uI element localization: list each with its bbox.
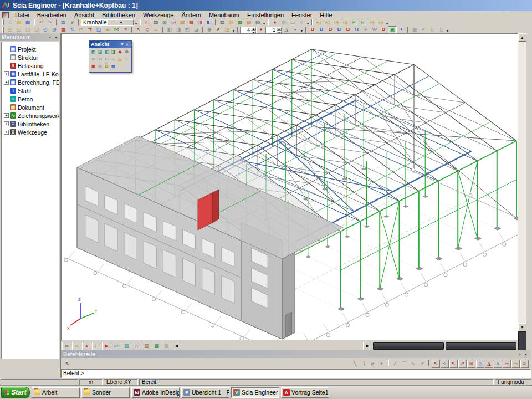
transfer-icon[interactable]: ◲ xyxy=(169,19,178,26)
array-icon[interactable]: ▦ xyxy=(59,26,68,33)
redo-icon[interactable]: ↷ xyxy=(45,19,54,26)
expand-icon[interactable]: + xyxy=(4,121,9,126)
bulb-icon[interactable]: ☼ xyxy=(124,56,130,62)
menu-bibliotheken[interactable]: Bibliotheken xyxy=(98,12,139,18)
grid-doc-icon[interactable]: ⌗ xyxy=(297,19,306,26)
scale-icon[interactable]: ⋈ xyxy=(112,26,121,33)
load-wind-icon[interactable]: W xyxy=(370,26,379,33)
calculator-icon[interactable]: ◫ xyxy=(142,19,151,26)
next-view-icon[interactable]: ◪ xyxy=(192,26,201,33)
print-icon[interactable]: ▤ xyxy=(218,19,227,26)
snap-grid-icon[interactable]: ⌗ xyxy=(494,360,502,368)
offset-icon[interactable]: ≋ xyxy=(121,26,130,33)
snap-spline-icon[interactable]: ∿ xyxy=(409,360,417,368)
menu-werkzeuge[interactable]: Werkzeuge xyxy=(139,12,177,18)
home-view-icon[interactable]: ⌂ xyxy=(132,342,141,350)
snap-length-icon[interactable]: ▱ xyxy=(503,360,511,368)
cursor-mode-icon[interactable]: ⇖ xyxy=(63,360,71,368)
win-close-icon[interactable]: ◱ xyxy=(359,19,367,26)
break-icon[interactable]: ◫ xyxy=(94,26,103,33)
sidebar-item-berechnungfene[interactable]: +▦Berechnung, FE-Netz xyxy=(4,78,59,86)
sidebar-item-beton[interactable]: TBeton xyxy=(4,95,59,103)
camera-icon[interactable]: ▣ xyxy=(90,63,96,69)
select-cursor-icon[interactable]: ↖ xyxy=(134,26,143,33)
help-icon[interactable]: ? xyxy=(68,19,76,26)
load-combi-icon[interactable]: B xyxy=(326,26,335,33)
trim-icon[interactable]: ⇄ xyxy=(76,26,85,33)
copy-up-icon[interactable]: ◱ xyxy=(14,26,23,33)
snap-circle-icon[interactable]: ⌀ xyxy=(369,360,377,368)
status-unit[interactable]: m xyxy=(79,379,103,385)
zoom-prev-icon[interactable]: ⊙ xyxy=(110,56,116,62)
snap-point-icon[interactable]: ∖ xyxy=(360,360,368,368)
snap-endpoint-icon[interactable]: ↖ xyxy=(449,360,458,368)
open-icon[interactable]: ▨ xyxy=(14,19,23,26)
expand-icon[interactable]: + xyxy=(4,113,9,118)
image-icon[interactable]: ▩ xyxy=(152,342,161,350)
view-person-icon[interactable]: ◆ xyxy=(117,49,123,55)
win-max-icon[interactable]: ◲ xyxy=(376,19,385,26)
doc1-icon[interactable]: ▧ xyxy=(244,19,253,26)
zoom-in-icon[interactable]: ⊕ xyxy=(90,56,96,62)
more-options-icon[interactable]: ▾ xyxy=(306,19,310,26)
taskbar-item-scia[interactable]: VScia Engineer - [... xyxy=(231,387,279,398)
snap-orthogonal-icon[interactable]: ◇ xyxy=(476,360,484,368)
taskbar-item-pdf[interactable]: AVortrag Seite1.pdf ... xyxy=(281,387,329,398)
menu-ansicht[interactable]: Ansicht xyxy=(70,12,98,18)
snap-tangent-icon[interactable]: ◮ xyxy=(485,360,493,368)
taskbar-item-paint[interactable]: PÜbersicht 1 - Paint xyxy=(181,387,229,398)
expand-icon[interactable]: + xyxy=(4,71,9,76)
scroll-left-icon[interactable]: ◄ xyxy=(172,342,181,350)
snap-list-icon[interactable]: ≡ xyxy=(520,360,529,368)
sidebar-item-werkzeuge[interactable]: +╳Werkzeuge xyxy=(4,128,59,136)
sidebar-item-dokument[interactable]: ▥Dokument xyxy=(4,103,59,111)
more-options-icon[interactable]: ▾ xyxy=(262,19,266,26)
activity-spinner[interactable]: 4▲▼ xyxy=(240,27,257,33)
project-selector[interactable]: Kranhalle+Kopfbau▼ xyxy=(81,19,134,26)
copy-down-icon[interactable]: ◰ xyxy=(6,26,14,33)
taskbar-item-folder[interactable]: Arbeit xyxy=(32,387,80,398)
undo-icon[interactable]: ↶ xyxy=(37,19,45,26)
window-icon[interactable]: ▤ xyxy=(59,19,68,26)
view-axo-icon[interactable]: ◨ xyxy=(110,49,116,55)
rotate-icon[interactable]: ◴ xyxy=(41,26,50,33)
monitor-icon[interactable]: ▦ xyxy=(110,63,116,69)
snap-delete-icon[interactable]: × xyxy=(377,360,386,368)
percent-icon[interactable]: ◕ xyxy=(270,19,279,26)
load-group-icon[interactable]: B xyxy=(317,26,326,33)
menu-menbaum[interactable]: Menübaum xyxy=(205,12,243,18)
sidebar-item-struktur[interactable]: ▤Struktur xyxy=(4,53,59,62)
zoom-window-icon[interactable]: ⊡ xyxy=(104,56,110,62)
sidebar-item-projekt[interactable]: ▣Projekt xyxy=(4,45,59,53)
clipboard2-icon[interactable]: ▯ xyxy=(437,26,446,33)
deselect-icon[interactable]: ▱ xyxy=(152,26,161,33)
close-icon[interactable]: × xyxy=(125,42,130,48)
zoom-out-icon[interactable]: ⊖ xyxy=(97,56,103,62)
hscroll-thumb[interactable] xyxy=(373,342,444,350)
chevron-down-icon[interactable]: ▼ xyxy=(107,19,134,25)
move-icon[interactable]: ◲ xyxy=(32,26,41,33)
taskbar-item-indesign[interactable]: IdAdobe InDesign C... xyxy=(131,387,180,398)
vertical-scrollbar[interactable]: ▲ ▼ xyxy=(518,33,526,331)
gallery-icon[interactable]: ▦ xyxy=(236,19,244,26)
view-x-icon[interactable]: ◩ xyxy=(90,49,96,55)
orbit-icon[interactable]: ◨ xyxy=(174,26,183,33)
chevron-down-icon[interactable]: ▾ xyxy=(120,42,125,48)
grid-dots-icon[interactable]: ⁘ xyxy=(441,360,449,368)
stretch-icon[interactable]: ⇅ xyxy=(68,26,76,33)
image-disabled-icon[interactable]: ▩ xyxy=(162,342,171,350)
layers-icon[interactable]: ▧ xyxy=(178,19,187,26)
folder-icon[interactable]: ▨ xyxy=(117,56,123,62)
sidebar-item-belastung[interactable]: ⇓Belastung xyxy=(4,62,59,70)
user-layer-icon[interactable]: ◒ xyxy=(291,26,300,33)
track-cursor-icon[interactable]: ↖ xyxy=(432,360,440,368)
load-panel-icon[interactable]: B xyxy=(344,26,352,33)
menu-fenster[interactable]: Fenster xyxy=(288,12,316,18)
load-free-icon[interactable]: R xyxy=(352,26,361,33)
globe-icon[interactable]: ◍ xyxy=(160,19,169,26)
more-options-icon[interactable]: ▾ xyxy=(300,26,304,33)
snap-angle-icon[interactable]: ∠ xyxy=(391,360,400,368)
win-horizontal-icon[interactable]: ◳ xyxy=(332,19,341,26)
load-temp-icon[interactable]: F xyxy=(361,26,370,33)
command-input[interactable]: Befehl > xyxy=(61,369,531,378)
